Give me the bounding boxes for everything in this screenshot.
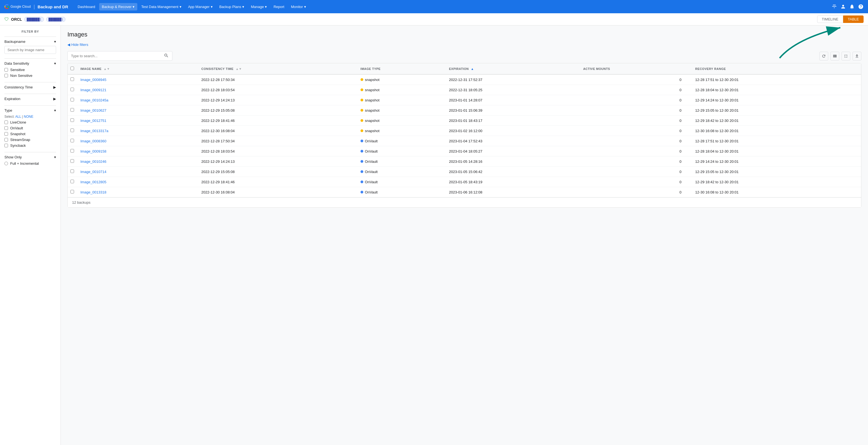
onvault-checkbox[interactable] <box>4 126 8 130</box>
nav-manage[interactable]: Manage ▾ <box>248 3 270 10</box>
select-all-link[interactable]: ALL <box>15 115 21 119</box>
filter-type-header[interactable]: Type ▾ <box>4 108 56 113</box>
row-consistency-time: 2022-12-28 17:50:34 <box>198 136 358 146</box>
col-active-mounts[interactable]: ACTIVE MOUNTS <box>581 63 692 75</box>
row-consistency-time: 2022-12-30 16:08:04 <box>198 187 358 197</box>
chevron-down-icon: ▾ <box>54 61 56 65</box>
syncback-checkbox[interactable] <box>4 144 8 147</box>
hide-filters-text: Hide filters <box>71 42 88 47</box>
row-image-type: snapshot <box>358 85 446 95</box>
google-icon <box>4 4 9 9</box>
nav-backup-recover[interactable]: Backup & Recover ▾ <box>99 3 137 10</box>
row-expiration: 2023-01-02 16:12:00 <box>446 126 581 136</box>
row-consistency-time: 2022-12-29 14:24:13 <box>198 156 358 167</box>
filter-show-only-header[interactable]: Show Only ▾ <box>4 155 56 159</box>
filter-expiration-header[interactable]: Expiration ▶ <box>4 97 56 101</box>
hide-filters-link[interactable]: ◀ Hide filters <box>67 42 861 47</box>
row-checkbox[interactable] <box>70 108 74 112</box>
download-button[interactable] <box>852 52 861 61</box>
row-recovery-range: 12-28 18:04 to 12-30 20:01 <box>692 85 861 95</box>
col-recovery-range[interactable]: RECOVERY RANGE <box>692 63 861 75</box>
columns-button[interactable] <box>830 52 839 61</box>
nav-test-data[interactable]: Test Data Management ▾ <box>138 3 184 10</box>
fullscreen-button[interactable] <box>841 52 850 61</box>
row-checkbox[interactable] <box>70 190 74 194</box>
row-checkbox-cell <box>68 136 78 146</box>
select-none-link[interactable]: NONE <box>24 115 33 119</box>
sensitive-checkbox[interactable] <box>4 68 8 71</box>
row-expiration: 2022-12-31 18:05:25 <box>446 85 581 95</box>
type-dot <box>361 170 363 173</box>
images-table-container: IMAGE NAME ▲▼ CONSISTENCY TIME ▲▼ IMAGE … <box>67 63 861 208</box>
row-checkbox[interactable] <box>70 78 74 81</box>
nav-app-manager[interactable]: App Manager ▾ <box>185 3 215 10</box>
syncback-label: Syncback <box>10 144 26 148</box>
filter-consistency-label: Consistency Time <box>4 85 33 89</box>
search-icon[interactable] <box>164 53 169 59</box>
nav-monitor[interactable]: Monitor ▾ <box>288 3 309 10</box>
col-consistency-time[interactable]: CONSISTENCY TIME ▲▼ <box>198 63 358 75</box>
row-image-name: Image_0010714 <box>78 167 198 177</box>
row-checkbox[interactable] <box>70 118 74 122</box>
full-incremental-radio[interactable] <box>4 162 8 165</box>
notification-icon[interactable] <box>849 4 855 9</box>
nav-report[interactable]: Report <box>271 3 287 10</box>
table-row: Image_0010246 2022-12-29 14:24:13 OnVaul… <box>68 156 861 167</box>
row-checkbox[interactable] <box>70 170 74 173</box>
row-consistency-time: 2022-12-29 15:05:08 <box>198 167 358 177</box>
filter-backupname-header[interactable]: Backupname ▾ <box>4 39 56 44</box>
snapshot-checkbox[interactable] <box>4 132 8 136</box>
row-image-type: OnVault <box>358 167 446 177</box>
image-name-search[interactable] <box>4 46 56 54</box>
row-checkbox[interactable] <box>70 159 74 163</box>
row-checkbox-cell <box>68 156 78 167</box>
help-icon[interactable] <box>858 4 864 9</box>
row-expiration: 2023-01-06 16:12:08 <box>446 187 581 197</box>
row-checkbox[interactable] <box>70 128 74 132</box>
type-dot <box>361 99 363 101</box>
filter-icon[interactable] <box>832 4 837 9</box>
search-input[interactable] <box>71 54 164 58</box>
row-active-mounts: 0 <box>581 75 692 85</box>
row-image-name: Image_0012805 <box>78 177 198 187</box>
row-active-mounts: 0 <box>581 105 692 116</box>
table-row: Image_0010714 2022-12-29 15:05:08 OnVaul… <box>68 167 861 177</box>
filter-sensitivity-header[interactable]: Data Sensitivity ▾ <box>4 61 56 65</box>
chevron-down-icon: ▾ <box>211 5 213 9</box>
row-active-mounts: 0 <box>581 167 692 177</box>
row-checkbox-cell <box>68 187 78 197</box>
type-label: OnVault <box>365 159 378 164</box>
streamsnap-checkbox[interactable] <box>4 138 8 142</box>
row-consistency-time: 2022-12-29 14:24:13 <box>198 95 358 105</box>
row-checkbox[interactable] <box>70 139 74 142</box>
nav-dashboard[interactable]: Dashboard <box>75 3 98 10</box>
instance-name: ORCL <box>11 17 22 22</box>
row-checkbox[interactable] <box>70 98 74 101</box>
filter-consistency-header[interactable]: Consistency Time ▶ <box>4 85 56 89</box>
select-all-header[interactable] <box>68 63 78 75</box>
nav-backup-plans[interactable]: Backup Plans ▾ <box>217 3 247 10</box>
row-image-name: Image_0010245a <box>78 95 198 105</box>
row-consistency-time: 2022-12-29 18:41:46 <box>198 177 358 187</box>
row-checkbox[interactable] <box>70 180 74 183</box>
timeline-button[interactable]: TIMELINE <box>817 16 843 23</box>
row-checkbox[interactable] <box>70 88 74 91</box>
account-icon[interactable] <box>840 4 846 9</box>
type-dot <box>361 140 363 142</box>
refresh-button[interactable] <box>819 52 828 61</box>
row-checkbox[interactable] <box>70 149 74 153</box>
row-recovery-range: 12-29 15:05 to 12-30 20:01 <box>692 167 861 177</box>
table-button[interactable]: TABLE <box>843 16 864 23</box>
type-dot <box>361 78 363 81</box>
type-dot <box>361 150 363 153</box>
col-image-type[interactable]: IMAGE TYPE <box>358 63 446 75</box>
col-image-name[interactable]: IMAGE NAME ▲▼ <box>78 63 198 75</box>
type-label: snapshot <box>365 119 379 123</box>
sort-expiration-desc: ▲ <box>471 67 474 70</box>
non-sensitive-checkbox[interactable] <box>4 74 8 78</box>
liveclone-checkbox[interactable] <box>4 120 8 124</box>
instance-badge-2: ██████1 <box>46 17 66 22</box>
col-expiration[interactable]: EXPIRATION ▲ <box>446 63 581 75</box>
chevron-down-icon: ▾ <box>242 5 244 9</box>
select-all-checkbox[interactable] <box>70 67 74 70</box>
